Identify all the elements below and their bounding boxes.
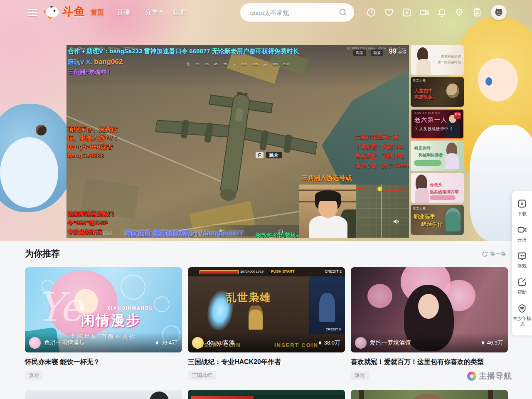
promo-companion-id: bang062: [94, 58, 123, 66]
alive-label: 存活: [398, 50, 406, 54]
nav-category[interactable]: 分类: [145, 8, 163, 17]
cover-credit: CREDIT 2: [325, 269, 342, 273]
card-title: 喜欢就冠！爱就百万！这里包有你喜欢的类型: [351, 358, 508, 367]
alive-count: 99: [389, 48, 397, 55]
stream-card-3[interactable]: 爱约一梦境酒馆 46.9万 喜欢就冠！爱就百万！这里包有你喜欢的类型 派对: [351, 267, 508, 380]
search-input[interactable]: [249, 9, 330, 17]
stream-thumb-1[interactable]: 原来有缘相遇第一眼就很特别: [411, 45, 464, 75]
streamer-wish-note: 大家好我是邦之谦小谦梦想：火箭(0/3) 老板点歌：飞机(0/9)谦弟心愿：办卡…: [355, 132, 409, 170]
video-camera-icon[interactable]: [419, 7, 429, 19]
toolbar-help[interactable]: 帮助: [513, 273, 531, 299]
toolbar-teen-mode[interactable]: 青少年模式: [513, 299, 531, 331]
follow-heart-icon[interactable]: [384, 7, 394, 19]
related-streams-sidebar: 原来有缘相遇第一眼就很特别 第五人格 人堂吉牛恶霸降临 GOD OF OLD S…: [411, 45, 464, 237]
alive-counter: 99 存活: [389, 48, 406, 55]
teen-mode-icon: [517, 303, 527, 313]
section-title: 为你推荐: [25, 248, 60, 259]
thumb-subtitle: 绝活牛仔: [421, 221, 443, 228]
card-tag[interactable]: 三国战纪: [188, 371, 216, 380]
card-title: 三国战纪：专业HACK20年作者: [188, 358, 345, 367]
task-clipboard-icon[interactable]: [472, 7, 482, 19]
streamer-avatar: [355, 337, 367, 349]
card-tag[interactable]: 派对: [351, 371, 369, 380]
stream-thumb-2[interactable]: 第五人格 人堂吉牛恶霸降临: [411, 77, 464, 107]
view-count: 38.0万: [318, 339, 340, 347]
minimap: [356, 185, 409, 238]
anchor-light-icon[interactable]: [454, 7, 464, 19]
stream-card-1[interactable]: Ye XIANQINMANBU 闲情漫步 世间星辰 万般不及你 鱼玥一闲情漫步 …: [25, 267, 182, 380]
watermark: 主播导航: [467, 371, 512, 382]
partial-card[interactable]: [25, 390, 182, 399]
nav-live[interactable]: 直播: [117, 8, 130, 17]
top-nav-bar: 斗鱼 首页 直播 分类 鱼吧: [0, 0, 532, 25]
stream-thumb-active[interactable]: GOD OF OLD SIX 邦SA 老六第一人 》人头挑战进行中《: [411, 109, 464, 139]
jump-label: 跳伞: [266, 152, 282, 158]
history-icon[interactable]: [366, 7, 376, 19]
watermark-logo-icon: [467, 372, 476, 381]
anime-girl-face: [478, 58, 518, 101]
jump-key: F: [256, 152, 264, 158]
search-icon[interactable]: [338, 7, 347, 18]
shark-mascot-eye: [36, 125, 47, 135]
stream-thumb-6[interactable]: 第五人格 职业选手 绝活牛仔: [411, 205, 464, 235]
toolbar-label: 下载: [513, 211, 531, 217]
douyu-logo[interactable]: 斗鱼: [44, 4, 86, 19]
streamer-name: 鱼玥一闲情漫步: [44, 339, 85, 347]
live-player[interactable]: ✈✈ Ping 53ms 4G 28 Mb/s 0% loss ↑373 Mb/…: [66, 45, 409, 238]
streamer-name: 爱约一梦境酒馆: [370, 339, 411, 347]
nav-category-label: 分类: [145, 9, 158, 16]
view-count: 46.9万: [480, 339, 503, 347]
thumb-pill: [430, 195, 456, 200]
notification-bell-icon[interactable]: [437, 7, 447, 19]
toolbar-label: 游戏: [513, 263, 531, 269]
thumb-latin: GOD OF OLD SIX: [414, 112, 441, 114]
card-cover: 爱约一梦境酒馆 46.9万: [351, 267, 508, 352]
card-footer-overlay: douyu素酒 38.0万: [188, 332, 345, 352]
partial-card[interactable]: [351, 390, 508, 399]
game-logo: 第五人格: [413, 207, 426, 211]
thumb-title: 老六第一人: [414, 116, 448, 124]
stream-thumb-5[interactable]: 你低头温柔洒落满四季: [411, 173, 464, 203]
card-tag[interactable]: 派对: [25, 371, 43, 380]
stream-thumb-4[interactable]: 初见你时风都刚好温柔: [411, 141, 464, 171]
nav-home[interactable]: 首页: [91, 8, 104, 17]
hot-flame-icon: [155, 340, 160, 345]
compass-strip: 北 15 30 45 75 东 110 135 南 185 210: [142, 62, 333, 66]
menu-icon[interactable]: [27, 9, 37, 16]
avatar-cat-icon: [493, 7, 504, 18]
nav-yuba[interactable]: 鱼吧: [173, 8, 186, 17]
game-center-icon: [517, 251, 527, 261]
download-icon: [517, 199, 527, 209]
toolbar-download[interactable]: 下载: [513, 195, 531, 221]
partial-card[interactable]: [188, 390, 345, 399]
mute-icon[interactable]: [392, 218, 400, 227]
thumb-pill: [414, 160, 441, 166]
thumb-caption: 你低头温柔洒落满四季: [430, 181, 459, 195]
card-footer-overlay: 爱约一梦境酒馆 46.9万: [351, 332, 508, 352]
toolbar-game[interactable]: 游戏: [513, 247, 531, 273]
promo-companion: 陪玩V X: bang062: [68, 58, 123, 66]
streamer-webcam: [299, 185, 356, 238]
download-icon[interactable]: [402, 7, 412, 19]
game-logo: 第五人格: [413, 79, 426, 83]
thumb-title: 职业选手: [414, 213, 436, 220]
toolbar-broadcast[interactable]: 开播: [513, 221, 531, 247]
thumb-caption: 初见你时风都刚好温柔: [414, 145, 443, 159]
user-avatar[interactable]: [491, 5, 507, 20]
shark-mascot-belly: [0, 137, 58, 208]
thumb-figure: [446, 84, 459, 98]
broadcast-camera-icon: [517, 225, 527, 235]
cover-script-text: Ye: [37, 284, 83, 330]
refresh-button[interactable]: 换一换: [482, 250, 506, 258]
search-bar: [240, 3, 354, 22]
view-count: 36.4万: [155, 339, 177, 347]
promo-banner-top: 合作＋助理V：bangSa233 雷神加速器口令 668877 无论新老用户都可…: [68, 47, 299, 55]
streamer-name: douyu素酒: [207, 339, 234, 347]
cover-title: 闲情漫步: [81, 311, 141, 330]
seal-badge: 邦SA: [454, 112, 461, 119]
toolbar-label: 青少年模式: [513, 315, 531, 327]
thumb-caption: 人堂吉牛恶霸降临: [414, 87, 433, 101]
toolbar-label: 帮助: [513, 289, 531, 295]
card-title: 怀民亦未寝 能饮一杯无？: [25, 358, 182, 367]
stream-card-2[interactable]: CREDIT 0 39724000 LV19 PUSH START CREDIT…: [188, 267, 345, 380]
